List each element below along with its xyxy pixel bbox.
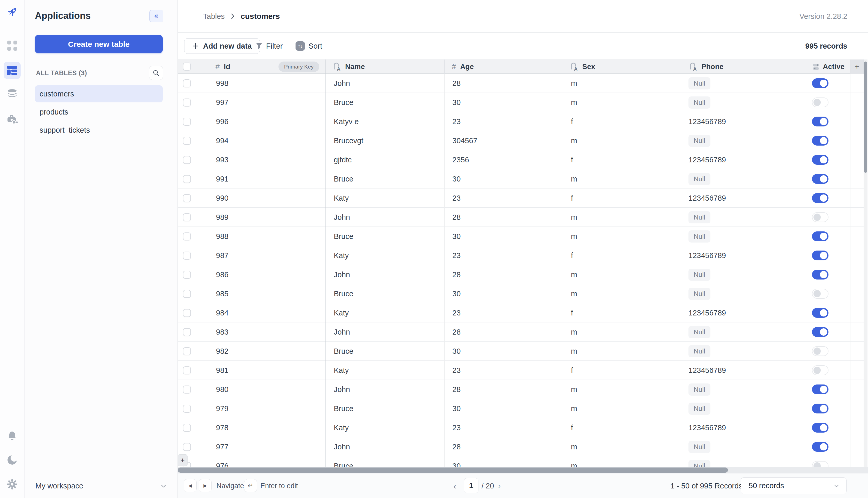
cell-phone[interactable]: Null bbox=[682, 284, 808, 303]
row-select-cell[interactable] bbox=[178, 380, 208, 399]
cell-id[interactable]: 993 bbox=[208, 150, 326, 169]
next-page-button[interactable]: › bbox=[498, 473, 501, 498]
row-checkbox[interactable] bbox=[183, 366, 191, 375]
cell-active[interactable] bbox=[808, 131, 851, 150]
active-toggle[interactable] bbox=[812, 232, 828, 241]
cell-active[interactable] bbox=[808, 93, 851, 112]
search-tables-button[interactable] bbox=[149, 66, 163, 80]
column-header-phone[interactable]: A Phone bbox=[682, 60, 808, 74]
active-toggle[interactable] bbox=[812, 117, 828, 127]
cell-active[interactable] bbox=[808, 399, 851, 418]
cell-active[interactable] bbox=[808, 456, 851, 467]
cell-age[interactable]: 30 bbox=[445, 227, 563, 246]
cell-phone[interactable]: Null bbox=[682, 74, 808, 93]
row-select-cell[interactable] bbox=[178, 323, 208, 342]
row-checkbox[interactable] bbox=[183, 233, 191, 240]
horizontal-scrollbar-thumb[interactable] bbox=[178, 468, 728, 473]
row-checkbox[interactable] bbox=[183, 271, 191, 279]
navigate-right-button[interactable]: ▶ bbox=[199, 479, 212, 492]
active-toggle[interactable] bbox=[812, 442, 828, 452]
row-select-cell[interactable] bbox=[178, 208, 208, 227]
cell-phone[interactable]: Null bbox=[682, 342, 808, 361]
create-table-button[interactable]: Create new table bbox=[35, 35, 163, 53]
cell-age[interactable]: 30 bbox=[445, 284, 563, 303]
active-toggle[interactable] bbox=[812, 251, 828, 260]
row-checkbox[interactable] bbox=[183, 79, 191, 88]
cell-id[interactable]: 998 bbox=[208, 74, 326, 93]
cell-phone[interactable]: 123456789 bbox=[682, 303, 808, 323]
cell-id[interactable]: 981 bbox=[208, 361, 326, 380]
cell-age[interactable]: 30 bbox=[445, 399, 563, 418]
collapse-sidebar-button[interactable]: « bbox=[149, 10, 163, 22]
data-sources-button[interactable] bbox=[4, 86, 21, 103]
row-checkbox[interactable] bbox=[183, 405, 191, 413]
cell-active[interactable] bbox=[808, 208, 851, 227]
row-checkbox[interactable] bbox=[183, 175, 191, 183]
cell-name[interactable]: Bruce bbox=[326, 399, 445, 418]
cell-sex[interactable]: m bbox=[563, 93, 682, 112]
cell-age[interactable]: 28 bbox=[445, 74, 563, 93]
cell-phone[interactable]: Null bbox=[682, 323, 808, 342]
row-select-cell[interactable] bbox=[178, 131, 208, 150]
page-size-dropdown[interactable]: 50 records bbox=[741, 477, 846, 494]
row-select-cell[interactable] bbox=[178, 361, 208, 380]
active-toggle[interactable] bbox=[812, 461, 828, 467]
tables-nav-button[interactable] bbox=[4, 62, 21, 79]
active-toggle[interactable] bbox=[812, 78, 828, 88]
active-toggle[interactable] bbox=[812, 97, 828, 107]
cell-age[interactable]: 30 bbox=[445, 169, 563, 188]
cell-sex[interactable]: m bbox=[563, 342, 682, 361]
prev-page-button[interactable]: ‹ bbox=[453, 473, 456, 498]
active-toggle[interactable] bbox=[812, 136, 828, 146]
cell-name[interactable]: Katyv e bbox=[326, 112, 445, 131]
cell-name[interactable]: Bruce bbox=[326, 227, 445, 246]
cell-sex[interactable]: m bbox=[563, 74, 682, 93]
cell-phone[interactable]: 123456789 bbox=[682, 418, 808, 437]
cell-active[interactable] bbox=[808, 380, 851, 399]
cell-name[interactable]: John bbox=[326, 437, 445, 456]
add-new-data-button[interactable]: Add new data bbox=[184, 38, 260, 54]
cell-name[interactable]: Bruce bbox=[326, 169, 445, 188]
cell-active[interactable] bbox=[808, 188, 851, 208]
cell-name[interactable]: Bruce bbox=[326, 284, 445, 303]
row-checkbox[interactable] bbox=[183, 118, 191, 126]
cell-name[interactable]: Katy bbox=[326, 303, 445, 323]
cell-active[interactable] bbox=[808, 437, 851, 456]
row-select-cell[interactable] bbox=[178, 169, 208, 188]
row-select-cell[interactable] bbox=[178, 342, 208, 361]
cell-id[interactable]: 988 bbox=[208, 227, 326, 246]
cell-sex[interactable]: m bbox=[563, 323, 682, 342]
cell-id[interactable]: 980 bbox=[208, 380, 326, 399]
cell-age[interactable]: 28 bbox=[445, 208, 563, 227]
cell-id[interactable]: 987 bbox=[208, 246, 326, 265]
cell-phone[interactable]: Null bbox=[682, 380, 808, 399]
row-select-cell[interactable] bbox=[178, 74, 208, 93]
row-checkbox[interactable] bbox=[183, 99, 191, 106]
cell-name[interactable]: Bruce bbox=[326, 342, 445, 361]
sidebar-item-products[interactable]: products bbox=[35, 103, 163, 120]
cell-active[interactable] bbox=[808, 74, 851, 93]
cell-active[interactable] bbox=[808, 418, 851, 437]
row-select-cell[interactable] bbox=[178, 188, 208, 208]
cell-sex[interactable]: f bbox=[563, 418, 682, 437]
cell-id[interactable]: 985 bbox=[208, 284, 326, 303]
cell-age[interactable]: 23 bbox=[445, 188, 563, 208]
cell-age[interactable]: 23 bbox=[445, 246, 563, 265]
cell-phone[interactable]: 123456789 bbox=[682, 188, 808, 208]
cell-phone[interactable]: 123456789 bbox=[682, 150, 808, 169]
horizontal-scrollbar[interactable] bbox=[178, 467, 868, 473]
cell-sex[interactable]: f bbox=[563, 246, 682, 265]
navigate-left-button[interactable]: ◀ bbox=[184, 479, 196, 492]
cell-id[interactable]: 996 bbox=[208, 112, 326, 131]
cell-phone[interactable]: 123456789 bbox=[682, 246, 808, 265]
cell-sex[interactable]: f bbox=[563, 112, 682, 131]
row-select-cell[interactable] bbox=[178, 227, 208, 246]
active-toggle[interactable] bbox=[812, 308, 828, 318]
row-checkbox[interactable] bbox=[183, 385, 191, 394]
cell-sex[interactable]: m bbox=[563, 227, 682, 246]
active-toggle[interactable] bbox=[812, 212, 828, 222]
cell-phone[interactable]: Null bbox=[682, 93, 808, 112]
select-all-checkbox[interactable] bbox=[183, 63, 191, 70]
cell-phone[interactable]: Null bbox=[682, 437, 808, 456]
row-checkbox[interactable] bbox=[183, 252, 191, 260]
